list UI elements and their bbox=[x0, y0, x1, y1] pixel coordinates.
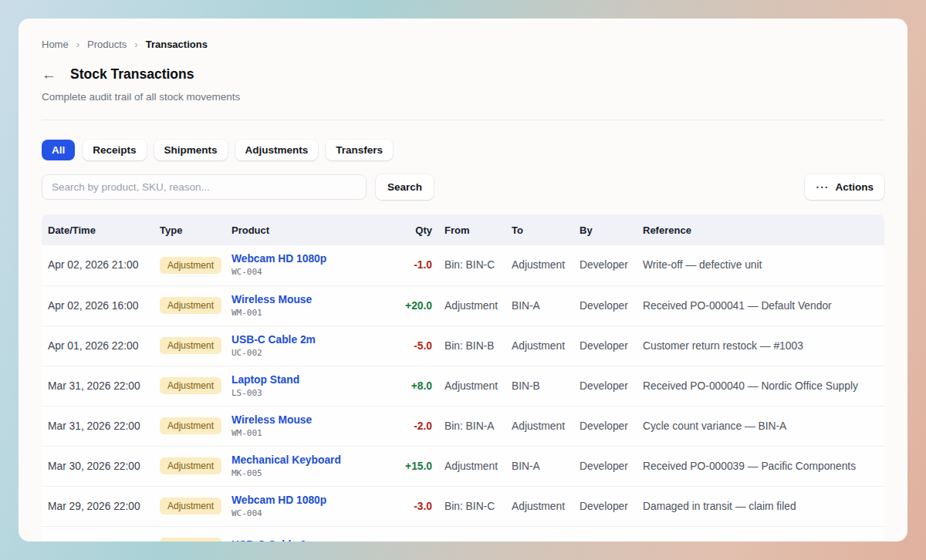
tab-receipts[interactable]: Receipts bbox=[83, 140, 146, 160]
cell-datetime: Apr 02, 2026 16:00 bbox=[42, 285, 154, 326]
transactions-table: Date/Time Type Product Qty From To By Re… bbox=[42, 214, 884, 541]
product-sku: UC-002 bbox=[231, 348, 363, 358]
column-header-reference: Reference bbox=[637, 214, 884, 245]
page-title: Stock Transactions bbox=[70, 66, 194, 83]
breadcrumb-products[interactable]: Products bbox=[87, 39, 127, 50]
cell-to: Adjustment bbox=[505, 326, 573, 366]
cell-product: Mechanical Keyboard MK-005 bbox=[225, 446, 369, 486]
cell-reference: Received PO-000041 — Default Vendor bbox=[637, 285, 884, 326]
tab-shipments[interactable]: Shipments bbox=[154, 140, 228, 160]
actions-button[interactable]: ··· Actions bbox=[805, 174, 884, 200]
cell-datetime: Mar 31, 2026 22:00 bbox=[42, 366, 154, 406]
cell-type: Adjustment bbox=[154, 446, 225, 486]
cell-product: USB-C Cable 2m UC-002 bbox=[225, 326, 369, 366]
column-header-by: By bbox=[573, 214, 637, 245]
chevron-right-icon: › bbox=[76, 39, 79, 50]
type-badge: Adjustment bbox=[160, 457, 221, 474]
type-badge: Adjustment bbox=[160, 257, 221, 274]
cell-type: Adjustment bbox=[154, 326, 225, 366]
column-header-product: Product bbox=[225, 214, 369, 245]
cell-to: BIN-B bbox=[505, 366, 573, 406]
type-badge: Adjustment bbox=[160, 498, 221, 514]
product-link[interactable]: USB-C Cable 2m bbox=[231, 539, 363, 541]
product-link[interactable]: Wireless Mouse bbox=[231, 414, 363, 426]
cell-type: Adjustment bbox=[154, 366, 225, 406]
cell-to bbox=[505, 526, 573, 541]
product-link[interactable]: USB-C Cable 2m bbox=[231, 334, 363, 346]
search-row: Search ··· Actions bbox=[42, 174, 884, 200]
tab-adjustments[interactable]: Adjustments bbox=[235, 140, 319, 160]
cell-from: Bin: BIN-C bbox=[438, 486, 505, 526]
cell-reference: Customer return restock — #1003 bbox=[637, 326, 884, 366]
cell-type: Adjustment bbox=[154, 486, 225, 526]
cell-qty: +20.0 bbox=[369, 285, 438, 326]
back-arrow-icon[interactable]: ← bbox=[42, 67, 56, 82]
product-link[interactable]: Webcam HD 1080p bbox=[231, 494, 363, 506]
cell-from: Bin: BIN-A bbox=[438, 406, 505, 446]
cell-product: USB-C Cable 2m bbox=[225, 526, 369, 541]
cell-qty bbox=[369, 526, 438, 541]
ellipsis-icon: ··· bbox=[816, 181, 829, 194]
column-header-from: From bbox=[438, 214, 505, 245]
cell-datetime: Mar 29, 2026 22:00 bbox=[42, 486, 154, 526]
cell-qty: -2.0 bbox=[369, 406, 438, 446]
cell-to: Adjustment bbox=[505, 486, 573, 526]
cell-reference: Write-off — defective unit bbox=[637, 245, 884, 285]
product-sku: WM-001 bbox=[231, 308, 363, 318]
cell-type: Adjustment bbox=[154, 526, 225, 541]
cell-datetime: Mar 30, 2026 22:00 bbox=[42, 446, 154, 486]
cell-by: Developer bbox=[573, 326, 637, 366]
type-badge: Adjustment bbox=[160, 377, 221, 394]
table-row: Mar 31, 2026 22:00 Adjustment Laptop Sta… bbox=[42, 366, 884, 406]
column-header-type: Type bbox=[154, 214, 225, 245]
cell-datetime: Apr 01, 2026 22:00 bbox=[42, 326, 154, 366]
product-link[interactable]: Wireless Mouse bbox=[231, 294, 363, 305]
cell-reference: Received PO-000039 — Pacific Components bbox=[637, 446, 884, 486]
product-link[interactable]: Mechanical Keyboard bbox=[231, 454, 363, 466]
tab-transfers[interactable]: Transfers bbox=[326, 140, 393, 160]
search-input[interactable] bbox=[42, 174, 367, 200]
cell-datetime: Mar 31, 2026 22:00 bbox=[42, 406, 154, 446]
product-link[interactable]: Laptop Stand bbox=[231, 374, 363, 386]
cell-by bbox=[573, 526, 637, 541]
cell-to: BIN-A bbox=[505, 285, 573, 326]
cell-reference: Received PO-000040 — Nordic Office Suppl… bbox=[637, 366, 884, 406]
product-sku: MK-005 bbox=[231, 468, 363, 478]
cell-reference: Damaged in transit — claim filed bbox=[637, 486, 884, 526]
chevron-right-icon: › bbox=[134, 39, 137, 50]
cell-product: Laptop Stand LS-003 bbox=[225, 366, 369, 406]
tab-all[interactable]: All bbox=[42, 140, 75, 160]
cell-product: Webcam HD 1080p WC-004 bbox=[225, 245, 369, 285]
cell-by: Developer bbox=[573, 406, 637, 446]
cell-from: Bin: BIN-C bbox=[438, 245, 505, 285]
column-header-to: To bbox=[505, 214, 573, 245]
cell-by: Developer bbox=[573, 446, 637, 486]
cell-by: Developer bbox=[573, 245, 637, 285]
type-badge: Adjustment bbox=[160, 417, 221, 434]
table-row: Mar 30, 2026 22:00 Adjustment Mechanical… bbox=[42, 446, 884, 486]
page-header: ← Stock Transactions bbox=[42, 66, 884, 83]
cell-by: Developer bbox=[573, 366, 637, 406]
cell-type: Adjustment bbox=[154, 406, 225, 446]
divider bbox=[42, 120, 884, 120]
search-button[interactable]: Search bbox=[376, 174, 434, 200]
cell-product: Webcam HD 1080p WC-004 bbox=[225, 486, 369, 526]
product-link[interactable]: Webcam HD 1080p bbox=[231, 253, 363, 265]
cell-qty: -3.0 bbox=[369, 486, 438, 526]
table-row: Adjustment USB-C Cable 2m bbox=[42, 526, 884, 541]
cell-reference: Cycle count variance — BIN-A bbox=[637, 406, 884, 446]
cell-from: Adjustment bbox=[438, 285, 505, 326]
cell-type: Adjustment bbox=[154, 285, 225, 326]
product-sku: WM-001 bbox=[231, 428, 363, 438]
type-badge: Adjustment bbox=[160, 337, 221, 354]
cell-product: Wireless Mouse WM-001 bbox=[225, 406, 369, 446]
table-row: Mar 29, 2026 22:00 Adjustment Webcam HD … bbox=[42, 486, 884, 526]
cell-datetime: Apr 02, 2026 21:00 bbox=[42, 245, 154, 285]
table-row: Mar 31, 2026 22:00 Adjustment Wireless M… bbox=[42, 406, 884, 446]
cell-from: Adjustment bbox=[438, 366, 505, 406]
actions-button-label: Actions bbox=[835, 181, 874, 193]
type-badge: Adjustment bbox=[160, 297, 221, 314]
cell-type: Adjustment bbox=[154, 245, 225, 285]
breadcrumb-home[interactable]: Home bbox=[42, 39, 69, 50]
product-sku: WC-004 bbox=[231, 267, 363, 277]
